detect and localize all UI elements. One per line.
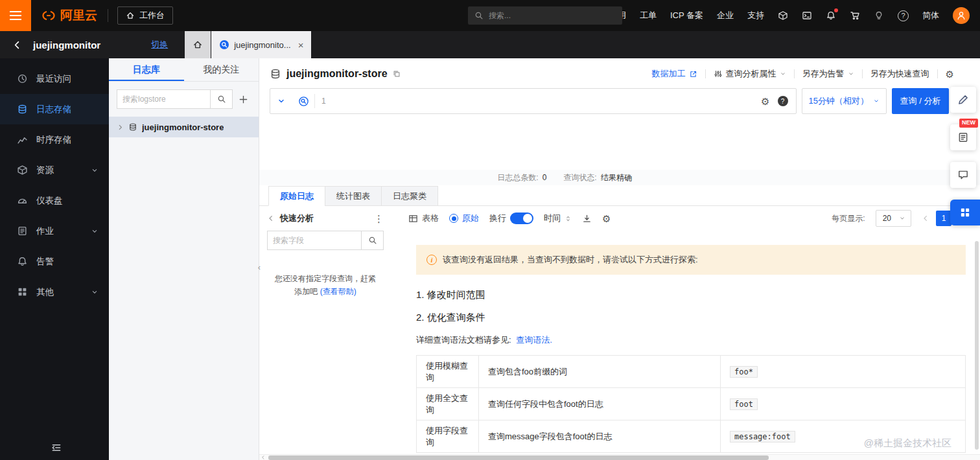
back-button[interactable] <box>12 40 23 51</box>
chevron-down-icon <box>848 71 854 77</box>
tab-logstore-page[interactable]: juejingmonito... × <box>211 31 311 58</box>
example-method: 使用字段查询 <box>417 420 479 453</box>
edit-note-button[interactable] <box>950 87 976 113</box>
query-input[interactable] <box>334 89 761 113</box>
expand-query-button[interactable] <box>270 97 292 106</box>
collapse-sidebar-icon[interactable] <box>51 441 62 454</box>
tab-home[interactable] <box>185 31 211 58</box>
time-range-selector[interactable]: 15分钟（相对） <box>802 88 887 114</box>
query-help-icon[interactable]: ? <box>778 96 788 106</box>
avatar[interactable] <box>953 7 970 24</box>
nav-enterprise[interactable]: 企业 <box>717 10 734 21</box>
query-properties-dropdown[interactable]: 查询分析属性 <box>714 68 786 80</box>
clock-icon <box>17 73 28 84</box>
radio-selected-icon <box>449 214 458 223</box>
results-settings-gear-icon[interactable]: ⚙ <box>602 214 611 224</box>
expander-icon[interactable] <box>117 124 124 131</box>
wrap-toggle[interactable] <box>510 213 533 224</box>
language-switch[interactable]: 简体 <box>922 10 939 21</box>
settings-gear-icon[interactable]: ⚙ <box>946 69 954 79</box>
sidebar-item-logstore[interactable]: 日志存储 <box>0 94 109 124</box>
global-search[interactable] <box>468 6 622 25</box>
close-icon[interactable]: × <box>298 40 304 50</box>
tab-logstore-list[interactable]: 日志库 <box>109 58 184 81</box>
more-options-icon[interactable]: ⋮ <box>374 214 384 224</box>
horizontal-scrollbar-thumb[interactable] <box>268 455 769 460</box>
time-sort-button[interactable]: 时间 <box>544 213 572 224</box>
guide-button[interactable] <box>950 124 976 150</box>
view-help-link[interactable]: (查看帮助) <box>320 287 356 296</box>
logstore-search-input[interactable] <box>117 89 211 109</box>
switch-project-link[interactable]: 切换 <box>151 39 168 51</box>
topbar: 阿里云 工作台 费用 工单 ICP 备案 企业 支持 ? 简体 <box>0 0 980 31</box>
sidebar-item-timeseries[interactable]: 时序存储 <box>0 124 109 155</box>
view-table-option[interactable]: 表格 <box>408 213 439 224</box>
nav-tickets[interactable]: 工单 <box>640 10 657 21</box>
doc-prefix: 详细查询语法文档请参见: <box>416 335 511 345</box>
notifications-icon[interactable] <box>826 10 836 21</box>
feedback-button[interactable] <box>950 162 976 188</box>
create-logstore-button[interactable] <box>233 89 253 109</box>
field-search-input[interactable] <box>267 231 362 250</box>
query-settings-gear-icon[interactable]: ⚙ <box>761 97 769 106</box>
scroll-left-arrow-icon[interactable] <box>261 455 266 460</box>
sidebar-item-dashboard[interactable]: 仪表盘 <box>0 185 109 216</box>
suggestions-icon[interactable] <box>874 10 884 21</box>
cart-icon[interactable] <box>850 10 860 21</box>
sidebar-item-label: 其他 <box>36 286 54 298</box>
sidebar-item-recent[interactable]: 最近访问 <box>0 63 109 94</box>
current-page[interactable]: 1 <box>936 211 951 226</box>
query-syntax-link[interactable]: 查询语法. <box>516 335 552 345</box>
search-accelerate-icon[interactable] <box>292 96 314 107</box>
download-icon[interactable] <box>582 214 592 224</box>
chevron-down-icon <box>91 227 99 235</box>
pencil-icon <box>957 94 969 106</box>
guide-doc-icon <box>957 132 969 143</box>
search-button[interactable] <box>211 89 233 109</box>
data-processing-link[interactable]: 数据加工 <box>652 68 697 80</box>
sidebar-item-others[interactable]: 其他 <box>0 277 109 307</box>
tab-log-clustering[interactable]: 日志聚类 <box>381 186 438 206</box>
previous-page-button[interactable] <box>922 214 929 222</box>
query-stats: 日志总条数: 0 查询状态: 结果精确 <box>259 170 980 185</box>
topbar-right: 费用 工单 ICP 备案 企业 支持 ? 简体 <box>609 7 980 24</box>
tab-charts[interactable]: 统计图表 <box>325 186 382 206</box>
collapse-panel-handle[interactable]: ‹ <box>255 258 264 276</box>
collapse-quick-analysis-icon[interactable] <box>267 214 275 222</box>
nav-support[interactable]: 支持 <box>747 10 764 21</box>
copy-icon[interactable] <box>392 69 401 78</box>
logstore-list-item[interactable]: juejingmonitor-store <box>109 117 259 137</box>
global-search-input[interactable] <box>489 11 616 20</box>
floating-toolbar: NEW <box>950 87 980 225</box>
vertical-scrollbar[interactable] <box>975 241 979 450</box>
help-icon[interactable]: ? <box>898 10 909 21</box>
logstore-panel: 日志库 我的关注 juejingmonitor-store ‹ <box>109 58 259 460</box>
cloudshell-icon[interactable] <box>802 10 812 21</box>
field-search-button[interactable] <box>362 231 384 250</box>
tab-favorites[interactable]: 我的关注 <box>184 58 259 81</box>
chevron-down-icon <box>780 71 786 77</box>
workbench-button[interactable]: 工作台 <box>117 6 173 25</box>
project-bar: juejingmonitor 切换 juejingmonito... × <box>0 31 980 58</box>
watermark: @稀土掘金技术社区 <box>864 437 951 450</box>
tab-raw-logs[interactable]: 原始日志 <box>268 186 325 206</box>
products-icon[interactable] <box>778 10 788 21</box>
sidebar-item-jobs[interactable]: 作业 <box>0 216 109 246</box>
save-as-quick-query-button[interactable]: 另存为快速查询 <box>870 68 929 80</box>
nav-icp[interactable]: ICP 备案 <box>670 10 703 21</box>
horizontal-scrollbar[interactable] <box>259 454 980 460</box>
save-as-alert-dropdown[interactable]: 另存为告警 <box>802 68 854 80</box>
run-query-button[interactable]: 查询 / 分析 <box>892 88 949 114</box>
example-code: foo* <box>730 366 758 378</box>
tab-label: juejingmonito... <box>234 40 290 50</box>
new-badge: NEW <box>959 119 978 128</box>
chevron-down-icon <box>873 98 880 104</box>
feature-map-button[interactable] <box>950 200 980 225</box>
page-size-select[interactable]: 20 <box>876 210 911 227</box>
sidebar-item-resources[interactable]: 资源 <box>0 155 109 185</box>
sidebar-item-alerts[interactable]: 告警 <box>0 246 109 277</box>
plus-icon <box>239 95 248 104</box>
hamburger-menu-button[interactable] <box>0 0 31 31</box>
aliyun-logo[interactable]: 阿里云 <box>31 7 108 24</box>
view-raw-option[interactable]: 原始 <box>449 213 479 224</box>
